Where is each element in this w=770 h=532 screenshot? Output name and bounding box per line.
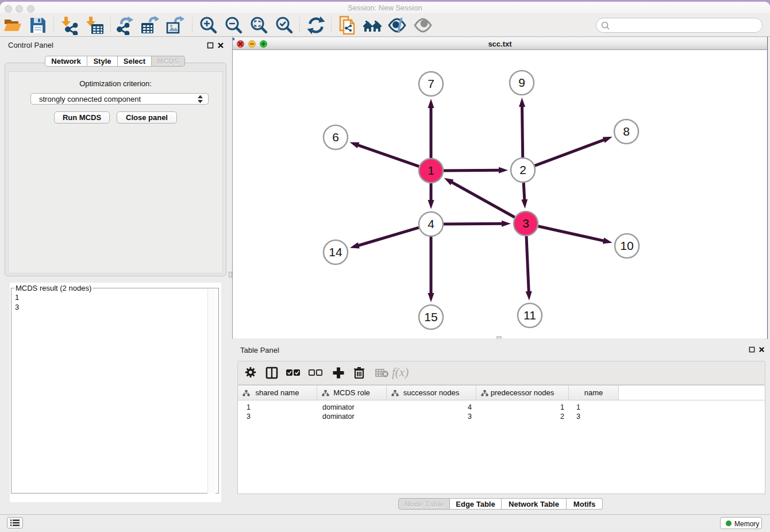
svg-text:15: 15 (424, 310, 437, 323)
svg-text:14: 14 (329, 245, 342, 259)
svg-text:2: 2 (519, 163, 526, 176)
svg-text:1: 1 (428, 164, 434, 177)
svg-text:10: 10 (620, 239, 633, 252)
svg-text:8: 8 (623, 125, 630, 138)
svg-text:4: 4 (428, 217, 434, 230)
svg-text:3: 3 (522, 217, 529, 230)
svg-text:6: 6 (332, 130, 339, 144)
svg-text:9: 9 (518, 76, 525, 89)
svg-text:7: 7 (428, 77, 434, 90)
svg-text:11: 11 (523, 309, 536, 322)
